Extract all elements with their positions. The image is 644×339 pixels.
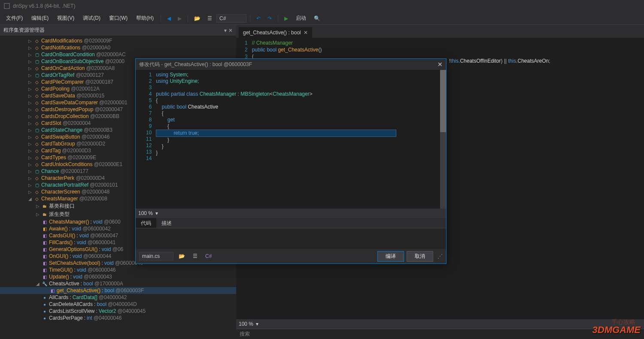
start-icon[interactable]: ▶ — [282, 14, 291, 23]
menu-debug[interactable]: 调试(D) — [79, 13, 104, 24]
panel-title: 程序集资源管理器 — [3, 27, 45, 34]
zoom-level: 100 % — [239, 321, 253, 327]
edit-code-dialog: 修改代码 - get_CheatsActive() : bool @060000… — [135, 58, 447, 264]
cancel-button[interactable]: 取消 — [407, 251, 433, 262]
app-title: dnSpy v6.1.8 (64-bit, .NET) — [13, 3, 75, 9]
tree-row[interactable]: ◧get_CheatsActive() : bool @0600003F — [0, 287, 236, 294]
tree-row[interactable]: ◧TimeGUI() : void @06000046 — [0, 266, 236, 273]
menu-help[interactable]: 帮助(H) — [133, 13, 157, 24]
tree-row[interactable]: ●AllCards : CardData[] @04000042 — [0, 294, 236, 301]
menubar: 文件(F) 编辑(E) 视图(V) 调试(D) 窗口(W) 帮助(H) ◀ ▶ … — [0, 12, 644, 25]
dialog-footer: main.cs 📂 ☰ C# 编译 取消 ⋰ — [136, 249, 446, 263]
dialog-open-icon[interactable]: 📂 — [176, 252, 188, 260]
search-icon[interactable]: 🔍 — [311, 14, 323, 23]
dialog-lines: using System;using UnityEngine;public pa… — [156, 70, 446, 209]
code-overflow: !this.CheatsOffInEditor) || this.CheatsA… — [449, 58, 550, 64]
tab-close-icon[interactable]: ✕ — [304, 30, 308, 36]
tree-row[interactable]: ●CardsListScrollView : Vector2 @04000045 — [0, 308, 236, 315]
tree-row[interactable]: ▷▢CardOnBoardCondition @020000AC — [0, 51, 236, 58]
dialog-tabbar: 代码 描述 — [136, 218, 446, 228]
tab-current[interactable]: get_CheatsActive() : bool ✕ — [239, 27, 312, 38]
dialog-scrollbar[interactable] — [440, 70, 446, 209]
dialog-zoom-bar: 100 % ▾ — [136, 209, 446, 218]
dialog-tab-desc[interactable]: 描述 — [156, 218, 177, 228]
panel-dropdown-icon[interactable]: ▾ — [224, 27, 227, 33]
tree-row[interactable]: ▷◇CardNotifications @020000A0 — [0, 44, 236, 51]
panel-header: 程序集资源管理器 ▾ ✕ — [0, 25, 236, 36]
tree-row[interactable]: ◢🔧CheatsActive : bool @1700000A — [0, 280, 236, 287]
tree-row[interactable]: ◧Update() : void @06000043 — [0, 273, 236, 280]
menu-edit[interactable]: 编辑(E) — [28, 13, 52, 24]
search-bar[interactable]: 搜索 — [236, 329, 644, 339]
panel-close-icon[interactable]: ✕ — [228, 27, 233, 33]
dialog-lang-icon[interactable]: C# — [203, 252, 214, 260]
list-icon[interactable]: ☰ — [205, 14, 215, 23]
svg-rect-0 — [4, 3, 9, 9]
dialog-list-icon[interactable]: ☰ — [190, 252, 200, 260]
tab-label: get_CheatsActive() : bool — [243, 30, 301, 36]
dialog-code-view[interactable]: 1234567891011121314 using System;using U… — [136, 70, 446, 209]
redo-icon[interactable]: ↷ — [265, 14, 274, 23]
menu-file[interactable]: 文件(F) — [3, 13, 26, 24]
dialog-file-select[interactable]: main.cs — [139, 252, 173, 260]
dialog-close-icon[interactable]: ✕ — [437, 61, 443, 68]
undo-icon[interactable]: ↶ — [254, 14, 263, 23]
menu-view[interactable]: 视图(V) — [54, 13, 78, 24]
editor-tabs: get_CheatsActive() : bool ✕ — [236, 25, 644, 38]
nav-forward-icon[interactable]: ▶ — [175, 14, 184, 23]
dialog-zoom-dropdown-icon[interactable]: ▾ — [155, 210, 158, 216]
app-icon — [3, 3, 10, 9]
dialog-zoom: 100 % — [138, 210, 153, 216]
tree-row[interactable]: ▷◇CardModifications @0200009F — [0, 37, 236, 44]
search-label: 搜索 — [240, 330, 250, 338]
compile-button[interactable]: 编译 — [377, 251, 404, 262]
tree-row[interactable]: ●CardsPerPage : int @04000046 — [0, 315, 236, 321]
dialog-output — [136, 228, 446, 249]
dialog-title: 修改代码 - get_CheatsActive() : bool @060000… — [139, 61, 252, 68]
titlebar: dnSpy v6.1.8 (64-bit, .NET) — [0, 0, 644, 12]
open-icon[interactable]: 📂 — [191, 14, 203, 23]
nav-back-icon[interactable]: ◀ — [164, 14, 173, 23]
menu-window[interactable]: 窗口(W) — [106, 13, 131, 24]
language-select[interactable]: C# — [216, 14, 246, 23]
dialog-gutter: 1234567891011121314 — [136, 70, 156, 209]
zoom-dropdown-icon[interactable]: ▾ — [256, 321, 258, 327]
start-button[interactable]: 启动 — [292, 13, 310, 24]
dialog-titlebar[interactable]: 修改代码 - get_CheatsActive() : bool @060000… — [136, 59, 446, 70]
zoom-bar: 100 % ▾ — [236, 319, 644, 329]
tree-row[interactable]: ●CanDeleteAllCards : bool @0400004D — [0, 301, 236, 308]
resize-grip-icon[interactable]: ⋰ — [437, 253, 443, 259]
dialog-tab-code[interactable]: 代码 — [136, 218, 156, 228]
